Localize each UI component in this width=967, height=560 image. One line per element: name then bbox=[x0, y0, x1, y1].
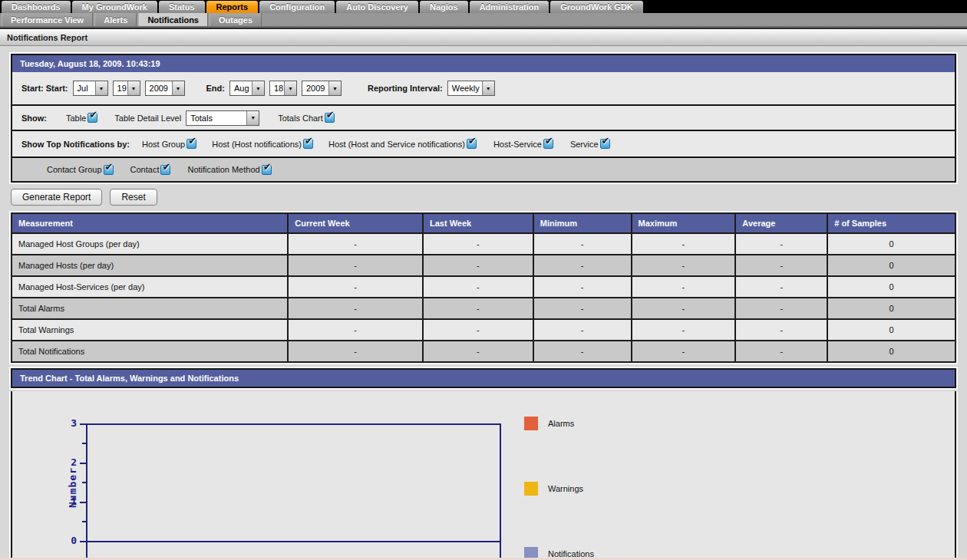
totals-chart-label: Totals Chart bbox=[278, 114, 323, 123]
chevron-down-icon: ▼ bbox=[328, 81, 341, 95]
contact-options-row: Contact Group Contact Notification Metho… bbox=[12, 156, 955, 181]
measurement-cell: Managed Hosts (per day) bbox=[12, 255, 288, 276]
table-detail-level-select[interactable]: Totals ▼ bbox=[186, 110, 259, 126]
nav-item-administration[interactable]: Administration bbox=[470, 1, 550, 13]
tick-mark bbox=[80, 423, 86, 425]
nav-item-configuration[interactable]: Configuration bbox=[259, 1, 335, 13]
show-table-label: Table bbox=[66, 114, 86, 123]
subnav-item-outages[interactable]: Outages bbox=[210, 13, 262, 26]
y-tick-2: 2 bbox=[57, 457, 77, 467]
end-day-select[interactable]: 18 ▼ bbox=[269, 81, 297, 96]
end-month-select[interactable]: Aug ▼ bbox=[229, 81, 265, 96]
service-checkbox[interactable] bbox=[600, 139, 610, 149]
chevron-down-icon: ▼ bbox=[284, 81, 296, 95]
nav-item-auto-discovery[interactable]: Auto Discovery bbox=[336, 1, 418, 13]
nav-item-reports[interactable]: Reports bbox=[206, 1, 259, 13]
legend-item-warnings: Warnings bbox=[524, 482, 583, 496]
start-month-select[interactable]: Jul ▼ bbox=[73, 81, 108, 96]
generate-report-button[interactable]: Generate Report bbox=[11, 189, 102, 206]
table-detail-level-label: Table Detail Level bbox=[114, 114, 181, 123]
end-year-select[interactable]: 2009 ▼ bbox=[302, 81, 342, 96]
subnav-item-alerts[interactable]: Alerts bbox=[94, 13, 137, 26]
column-header-average: Average bbox=[735, 213, 827, 233]
option-host-notifications-label: Host (Host notifications) bbox=[212, 140, 302, 149]
legend-label: Alarms bbox=[548, 419, 574, 428]
subnav-item-notifications[interactable]: Notifications bbox=[138, 13, 208, 26]
trend-chart: Number 3 2 1 0 Alarms Warnings Notificat… bbox=[11, 391, 956, 560]
start-label: Start: Start: bbox=[21, 84, 68, 93]
nav-item-my-groundwork[interactable]: My GroundWork bbox=[72, 1, 157, 13]
nav-item-status[interactable]: Status bbox=[159, 1, 205, 13]
option-contact-group-label: Contact Group bbox=[47, 165, 102, 174]
table-header-row: Measurement Current Week Last Week Minim… bbox=[12, 213, 955, 233]
measurements-table: Measurement Current Week Last Week Minim… bbox=[11, 212, 956, 363]
legend-label: Warnings bbox=[548, 484, 583, 493]
measurement-cell: Total Warnings bbox=[12, 319, 288, 341]
legend-item-alarms: Alarms bbox=[524, 417, 574, 430]
host-group-checkbox[interactable] bbox=[186, 139, 196, 149]
plot-area bbox=[86, 423, 501, 560]
nav-item-dashboards[interactable]: Dashboards bbox=[2, 1, 71, 13]
option-notification-method-label: Notification Method bbox=[187, 165, 259, 174]
notification-method-checkbox[interactable] bbox=[262, 165, 272, 175]
action-buttons: Generate Report Reset bbox=[11, 189, 956, 206]
measurement-cell: Managed Host-Services (per day) bbox=[12, 276, 288, 298]
column-header-minimum: Minimum bbox=[533, 213, 632, 233]
trend-chart-header-panel: Trend Chart - Total Alarms, Warnings and… bbox=[11, 368, 956, 388]
nav-item-nagios[interactable]: Nagios bbox=[420, 1, 468, 13]
option-host-service-label: Host-Service bbox=[493, 140, 542, 149]
reset-button[interactable]: Reset bbox=[110, 189, 157, 206]
table-row: Total Notifications - - - - - 0 bbox=[12, 341, 955, 362]
table-row: Managed Host-Services (per day) - - - - … bbox=[12, 276, 955, 298]
tick-mark bbox=[80, 541, 86, 542]
start-year-select[interactable]: 2009 ▼ bbox=[145, 81, 185, 96]
host-service-checkbox[interactable] bbox=[543, 139, 553, 149]
table-row: Total Warnings - - - - - 0 bbox=[12, 319, 955, 341]
tick-mark bbox=[82, 443, 86, 444]
chevron-down-icon: ▼ bbox=[95, 81, 107, 95]
nav-item-groundwork-gdk[interactable]: GroundWork GDK bbox=[550, 1, 643, 13]
date-range-row: Start: Start: Jul ▼ 19 ▼ 2009 ▼ End: Aug… bbox=[12, 72, 955, 104]
column-header-current-week: Current Week bbox=[288, 213, 423, 233]
chevron-down-icon: ▼ bbox=[252, 81, 264, 95]
start-day-select[interactable]: 19 ▼ bbox=[113, 81, 140, 96]
measurement-cell: Total Notifications bbox=[12, 341, 288, 362]
table-row: Total Alarms - - - - - 0 bbox=[12, 298, 955, 319]
tick-mark bbox=[82, 482, 86, 483]
show-table-checkbox[interactable] bbox=[87, 113, 97, 123]
column-header-last-week: Last Week bbox=[423, 213, 533, 233]
reporting-interval-select[interactable]: Weekly ▼ bbox=[447, 81, 495, 96]
option-contact-label: Contact bbox=[130, 165, 160, 174]
chevron-down-icon: ▼ bbox=[127, 81, 140, 95]
host-service-notifications-checkbox[interactable] bbox=[467, 139, 477, 149]
top-notifications-label: Show Top Notifications by: bbox=[21, 140, 130, 149]
tick-mark bbox=[82, 521, 86, 522]
top-notifications-row: Show Top Notifications by: Host Group Ho… bbox=[12, 130, 955, 156]
main-navigation: Dashboards My GroundWork Status Reports … bbox=[0, 0, 967, 13]
report-content: Tuesday, August 18, 2009. 10:43:19 Start… bbox=[0, 46, 967, 560]
trend-chart-title: Trend Chart - Total Alarms, Warnings and… bbox=[12, 370, 955, 387]
y-tick-1: 1 bbox=[57, 496, 77, 506]
show-options-row: Show: Table Table Detail Level Totals ▼ … bbox=[12, 104, 955, 130]
option-host-service-notifications-label: Host (Host and Service notifications) bbox=[328, 140, 465, 149]
tick-mark bbox=[80, 502, 86, 503]
report-timestamp-header: Tuesday, August 18, 2009. 10:43:19 bbox=[12, 55, 955, 72]
totals-chart-checkbox[interactable] bbox=[325, 113, 335, 123]
subnav-item-performance-view[interactable]: Performance View bbox=[2, 13, 93, 26]
alarms-swatch-icon bbox=[524, 417, 538, 430]
reports-subnav: Performance View Alerts Notifications Ou… bbox=[0, 13, 967, 28]
y-tick-0: 0 bbox=[57, 535, 77, 545]
chevron-down-icon: ▼ bbox=[172, 81, 184, 95]
page-title: Notifications Report bbox=[0, 29, 967, 46]
table-row: Managed Host Groups (per day) - - - - - … bbox=[12, 233, 955, 255]
report-filter-panel: Tuesday, August 18, 2009. 10:43:19 Start… bbox=[11, 54, 956, 183]
contact-checkbox[interactable] bbox=[160, 165, 170, 175]
measurement-cell: Total Alarms bbox=[12, 298, 288, 319]
column-header-samples: # of Samples bbox=[827, 213, 955, 233]
host-notifications-checkbox[interactable] bbox=[303, 139, 313, 149]
contact-group-checkbox[interactable] bbox=[104, 165, 114, 175]
column-header-maximum: Maximum bbox=[632, 213, 736, 233]
warnings-swatch-icon bbox=[524, 482, 538, 496]
y-tick-3: 3 bbox=[57, 418, 77, 428]
option-host-group-label: Host Group bbox=[142, 140, 185, 149]
